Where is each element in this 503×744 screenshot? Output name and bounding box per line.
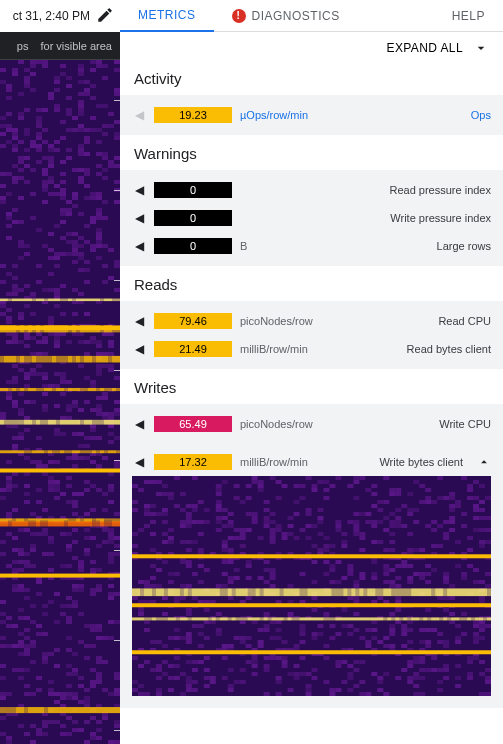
svg-rect-728 — [18, 652, 24, 656]
svg-rect-1154 — [300, 528, 306, 532]
svg-rect-1525 — [300, 632, 306, 636]
svg-rect-187 — [72, 196, 78, 200]
svg-rect-93 — [24, 132, 30, 136]
svg-rect-953 — [114, 550, 120, 551]
metric-row-warning[interactable]: ◀ 0 B Large rows — [120, 232, 503, 260]
expand-all-button[interactable]: EXPAND ALL — [120, 32, 503, 60]
expand-toggle[interactable]: ◀ — [132, 314, 146, 328]
metric-row-write-expanded[interactable]: ◀ 17.32 milliB/row/min Write bytes clien… — [120, 448, 503, 476]
svg-rect-1142 — [401, 524, 407, 528]
svg-rect-714 — [18, 640, 24, 644]
svg-rect-890 — [92, 520, 96, 527]
metric-row-warning[interactable]: ◀ 0 Write pressure index — [120, 204, 503, 232]
svg-rect-440 — [0, 412, 6, 416]
svg-rect-945 — [0, 326, 120, 330]
svg-rect-1191 — [162, 540, 168, 544]
heatmap-detail[interactable] — [132, 476, 491, 696]
svg-rect-505 — [96, 464, 102, 468]
svg-rect-1161 — [479, 528, 485, 532]
svg-rect-1359 — [222, 584, 228, 588]
svg-rect-1718 — [377, 680, 383, 684]
expand-toggle[interactable]: ◀ — [132, 417, 146, 431]
svg-rect-1344 — [335, 580, 341, 584]
svg-rect-1272 — [222, 560, 228, 564]
svg-rect-447 — [24, 416, 30, 420]
tab-help[interactable]: HELP — [434, 0, 503, 31]
svg-rect-195 — [114, 200, 120, 204]
svg-rect-1076 — [186, 512, 192, 516]
svg-rect-1524 — [216, 632, 222, 636]
svg-rect-1167 — [240, 532, 246, 536]
svg-rect-1227 — [419, 548, 425, 552]
svg-rect-504 — [72, 464, 78, 468]
expand-toggle[interactable]: ◀ — [132, 108, 146, 122]
svg-rect-1361 — [288, 584, 294, 588]
svg-rect-75 — [0, 124, 6, 128]
svg-rect-1821 — [471, 616, 475, 621]
svg-rect-664 — [96, 588, 102, 592]
svg-rect-272 — [36, 280, 42, 284]
svg-rect-1750 — [329, 692, 335, 696]
svg-rect-547 — [24, 500, 30, 504]
svg-rect-990 — [329, 484, 335, 488]
metric-row-activity[interactable]: ◀ 19.23 µOps/row/min Ops — [120, 101, 503, 129]
svg-rect-706 — [36, 632, 42, 636]
svg-rect-1269 — [162, 560, 168, 564]
chevron-up-icon[interactable] — [477, 455, 491, 469]
svg-rect-1035 — [294, 500, 300, 504]
svg-rect-133 — [18, 160, 24, 164]
expand-toggle[interactable]: ◀ — [132, 183, 146, 197]
metric-row-read[interactable]: ◀ 79.46 picoNodes/row Read CPU — [120, 307, 503, 335]
svg-rect-757 — [114, 676, 120, 680]
svg-rect-1189 — [443, 536, 449, 540]
expand-toggle[interactable]: ◀ — [132, 342, 146, 356]
svg-rect-220 — [48, 232, 54, 236]
expand-toggle[interactable]: ◀ — [132, 239, 146, 253]
svg-rect-1334 — [443, 576, 449, 580]
svg-rect-1619 — [270, 656, 276, 660]
svg-rect-16 — [24, 68, 30, 72]
tab-diagnostics[interactable]: ! DIAGNOSTICS — [214, 0, 358, 31]
svg-rect-1819 — [459, 616, 463, 621]
svg-rect-1025 — [443, 496, 449, 500]
svg-rect-38 — [30, 88, 36, 92]
expand-toggle[interactable]: ◀ — [132, 455, 146, 469]
expand-toggle[interactable]: ◀ — [132, 211, 146, 225]
svg-rect-1177 — [443, 532, 449, 536]
svg-rect-999 — [312, 488, 318, 492]
svg-rect-1134 — [288, 524, 294, 528]
metric-row-read[interactable]: ◀ 21.49 milliB/row/min Read bytes client — [120, 335, 503, 363]
svg-rect-666 — [54, 592, 60, 596]
tab-metrics[interactable]: METRICS — [120, 0, 214, 32]
heatmap-main[interactable] — [0, 60, 120, 744]
svg-rect-1207 — [240, 544, 246, 548]
svg-rect-1091 — [222, 516, 228, 520]
svg-rect-1613 — [132, 656, 138, 660]
metric-label[interactable]: Ops — [471, 109, 491, 121]
svg-rect-835 — [84, 740, 90, 744]
metric-unit[interactable]: µOps/row/min — [240, 109, 308, 121]
svg-rect-1791 — [148, 616, 152, 621]
svg-rect-471 — [18, 436, 24, 440]
svg-rect-1332 — [407, 576, 413, 580]
svg-rect-1352 — [479, 580, 485, 584]
svg-rect-1190 — [467, 536, 473, 540]
svg-rect-1043 — [144, 504, 150, 508]
metric-row-write[interactable]: ◀ 65.49 picoNodes/row Write CPU — [120, 410, 503, 438]
svg-rect-966 — [437, 476, 443, 480]
metric-row-warning[interactable]: ◀ 0 Read pressure index — [120, 176, 503, 204]
svg-rect-300 — [54, 304, 60, 308]
svg-rect-610 — [0, 552, 6, 556]
svg-rect-1446 — [425, 608, 431, 612]
edit-icon[interactable] — [96, 6, 114, 27]
svg-rect-14 — [0, 68, 6, 72]
svg-rect-863 — [60, 298, 64, 303]
svg-rect-606 — [18, 548, 24, 552]
svg-rect-1335 — [461, 576, 467, 580]
svg-rect-560 — [84, 512, 90, 516]
svg-rect-1044 — [150, 504, 156, 508]
svg-rect-37 — [6, 88, 12, 92]
svg-rect-306 — [72, 312, 78, 316]
svg-rect-1713 — [240, 680, 246, 684]
svg-rect-1179 — [228, 536, 234, 540]
